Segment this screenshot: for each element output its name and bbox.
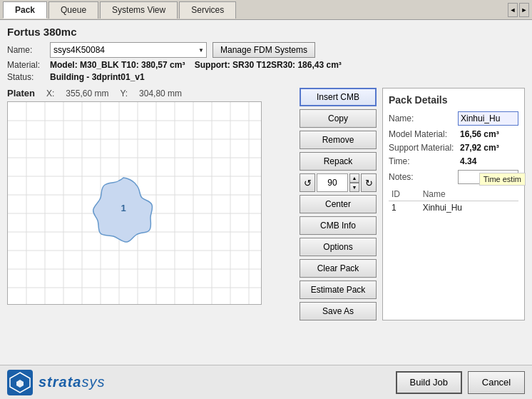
tab-nav-arrows: ◄ ► (508, 3, 529, 17)
name-row: Name: ssys4K50084 Manage FDM Systems (7, 42, 525, 58)
part-id-cell: 1 (389, 201, 420, 215)
table-row[interactable]: 1Xinhui_Hu (389, 201, 518, 215)
notes-label: Notes: (389, 172, 458, 182)
pack-details-title: Pack Details (389, 94, 518, 106)
model-material-label: Model Material: (389, 129, 460, 139)
time-row: Time: 4.34 (389, 156, 518, 166)
save-as-button[interactable]: Save As (300, 302, 377, 320)
support-material-value: 27,92 cm³ (460, 143, 499, 153)
estimate-pack-button[interactable]: Estimate Pack (300, 281, 377, 299)
tab-pack[interactable]: Pack (3, 1, 47, 19)
tab-nav-next[interactable]: ► (519, 3, 529, 17)
col-id-header: ID (389, 188, 420, 201)
tab-systems-view[interactable]: Systems View (100, 1, 178, 19)
time-estimate-tooltip: Time estim (479, 173, 526, 186)
rotate-ccw-button[interactable]: ↺ (300, 173, 315, 192)
material-value: Model: M30_BLK T10: 380,57 cm³ (50, 60, 185, 70)
tab-queue[interactable]: Queue (48, 1, 98, 19)
status-label: Status: (7, 72, 50, 82)
copy-button[interactable]: Copy (300, 109, 377, 128)
support-value: Support: SR30 T12SR30: 186,43 cm³ (195, 60, 342, 70)
parts-table: ID Name 1Xinhui_Hu (389, 188, 518, 214)
pack-name-input[interactable] (458, 111, 518, 126)
rotation-row: ↺ ▲ ▼ ↻ (300, 173, 377, 192)
rotation-spinner: ▲ ▼ (349, 173, 359, 192)
spin-up-button[interactable]: ▲ (349, 173, 359, 183)
platen-grid[interactable]: 1 (7, 101, 262, 305)
rotate-cw-button[interactable]: ↻ (361, 173, 377, 192)
logo-area: stratasys (7, 370, 390, 395)
button-panel: Insert CMB Copy Remove Repack ↺ ▲ ▼ ↻ Ce… (300, 88, 377, 320)
name-label: Name: (7, 45, 50, 55)
tab-nav-prev[interactable]: ◄ (508, 3, 518, 17)
repack-button[interactable]: Repack (300, 152, 377, 171)
col-name-header: Name (420, 188, 518, 201)
platen-header: Platen X: 355,60 mm Y: 304,80 mm (7, 88, 294, 99)
machine-title: Fortus 380mc (7, 26, 525, 38)
status-value: Building - 3dprint01_v1 (50, 72, 145, 82)
pack-details-panel: Pack Details Name: Model Material: 16,56… (382, 88, 525, 320)
machine-name-select[interactable]: ssys4K50084 (50, 42, 207, 58)
bottom-bar: stratasys Build Job Cancel (0, 365, 532, 399)
time-value: 4.34 (460, 156, 476, 166)
model-material-row: Model Material: 16,56 cm³ (389, 129, 518, 139)
manage-fdm-button[interactable]: Manage FDM Systems (213, 42, 315, 58)
material-label: Material: (7, 60, 50, 70)
platen-y-label: Y: (120, 89, 128, 99)
options-button[interactable]: Options (300, 238, 377, 256)
grid-svg: 1 (8, 102, 261, 304)
time-label: Time: (389, 156, 460, 166)
support-material-label: Support Material: (389, 143, 460, 153)
part-name-cell: Xinhui_Hu (420, 201, 518, 215)
pack-name-label: Name: (389, 113, 458, 123)
main-content: Fortus 380mc Name: ssys4K50084 Manage FD… (0, 20, 532, 365)
remove-button[interactable]: Remove (300, 131, 377, 149)
pack-name-row: Name: (389, 111, 518, 126)
insert-cmb-button[interactable]: Insert CMB (300, 88, 377, 106)
cmb-info-button[interactable]: CMB Info (300, 216, 377, 235)
stratasys-logo-text: stratasys (39, 374, 105, 390)
platen-x-label: X: (46, 89, 54, 99)
center-button[interactable]: Center (300, 195, 377, 213)
stratasys-logo-icon (7, 370, 33, 395)
platen-x-value: 355,60 mm (66, 89, 108, 99)
status-row: Status: Building - 3dprint01_v1 (7, 72, 525, 82)
platen-panel: Platen X: 355,60 mm Y: 304,80 mm (7, 88, 294, 320)
model-material-value: 16,56 cm³ (460, 129, 499, 139)
tab-services[interactable]: Services (179, 1, 236, 19)
material-row: Material: Model: M30_BLK T10: 380,57 cm³… (7, 60, 525, 70)
cancel-button[interactable]: Cancel (468, 371, 525, 394)
content-area: Platen X: 355,60 mm Y: 304,80 mm (7, 88, 525, 320)
tab-bar: Pack Queue Systems View Services ◄ ► (0, 0, 532, 20)
svg-text:1: 1 (121, 203, 126, 213)
clear-pack-button[interactable]: Clear Pack (300, 259, 377, 278)
spin-down-button[interactable]: ▼ (349, 183, 359, 192)
platen-title: Platen (7, 88, 35, 99)
support-material-row: Support Material: 27,92 cm³ (389, 143, 518, 153)
platen-y-value: 304,80 mm (139, 89, 182, 99)
rotation-input[interactable] (317, 173, 348, 192)
build-job-button[interactable]: Build Job (396, 371, 462, 394)
